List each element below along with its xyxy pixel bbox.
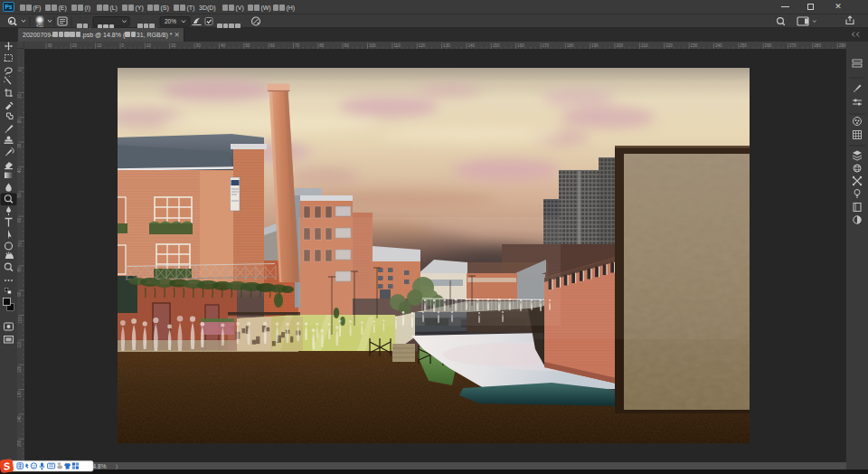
svg-text:260: 260 (765, 43, 772, 48)
svg-text:40: 40 (18, 167, 23, 173)
svg-text:120: 120 (419, 43, 426, 48)
svg-text:290: 290 (839, 43, 846, 48)
svg-text:120: 120 (18, 365, 23, 373)
svg-text:110: 110 (18, 341, 23, 348)
svg-text:170: 170 (542, 43, 550, 48)
svg-text:70: 70 (18, 242, 23, 248)
svg-text:130: 130 (443, 43, 450, 48)
svg-text:30: 30 (47, 43, 52, 48)
svg-text:180: 180 (567, 43, 574, 48)
svg-text:230: 230 (691, 43, 698, 48)
svg-text:40: 40 (221, 43, 226, 48)
svg-text:80: 80 (319, 43, 325, 48)
svg-text:220: 220 (665, 43, 673, 48)
svg-text:150: 150 (18, 440, 23, 447)
svg-text:190: 190 (591, 43, 599, 48)
svg-text:110: 110 (393, 43, 401, 48)
svg-text:100: 100 (18, 317, 23, 324)
svg-text:50: 50 (245, 43, 250, 48)
svg-text:100: 100 (369, 43, 376, 48)
svg-text:240: 240 (715, 43, 722, 48)
svg-text:10: 10 (146, 43, 152, 48)
svg-text:80: 80 (18, 267, 23, 272)
svg-text:90: 90 (18, 291, 23, 297)
svg-text:210: 210 (641, 43, 648, 48)
svg-text:60: 60 (270, 43, 276, 48)
svg-text:20: 20 (72, 43, 78, 48)
svg-text:20: 20 (18, 118, 23, 124)
svg-text:10: 10 (97, 43, 102, 48)
svg-text:50: 50 (18, 193, 23, 198)
svg-text:160: 160 (517, 43, 524, 48)
svg-text:450: 450 (36, 24, 43, 28)
svg-text:30: 30 (18, 143, 23, 148)
svg-text:130: 130 (18, 391, 23, 398)
svg-text:0: 0 (122, 43, 125, 48)
svg-text:140: 140 (467, 43, 475, 48)
svg-text:270: 270 (789, 43, 797, 48)
svg-text:60: 60 (18, 217, 23, 223)
svg-text:90: 90 (344, 43, 350, 48)
svg-text:20%: 20% (165, 18, 176, 24)
svg-text:280: 280 (814, 43, 821, 48)
svg-text:200: 200 (617, 43, 624, 48)
svg-text:250: 250 (740, 43, 747, 48)
svg-text:30: 30 (196, 43, 202, 48)
svg-text:70: 70 (295, 43, 300, 48)
svg-text:10: 10 (18, 93, 23, 99)
svg-text:20: 20 (171, 43, 176, 48)
svg-text:150: 150 (493, 43, 500, 48)
svg-text:0: 0 (18, 69, 23, 71)
svg-text:140: 140 (18, 415, 23, 422)
